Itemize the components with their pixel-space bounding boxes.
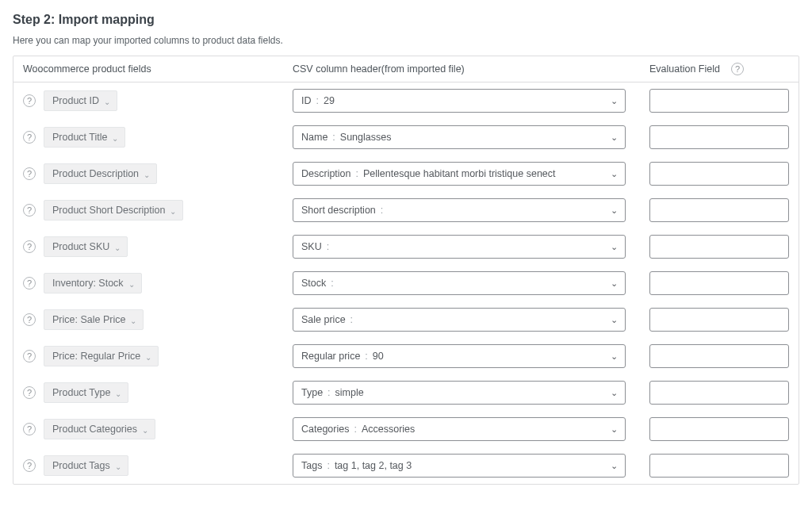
chevron-down-icon: ⌄ bbox=[128, 280, 135, 289]
csv-column-value: 90 bbox=[373, 351, 384, 362]
csv-column-select[interactable]: Tags : tag 1, tag 2, tag 3 ⌄ bbox=[293, 454, 626, 478]
product-field-select[interactable]: Product Type ⌄ bbox=[44, 382, 128, 403]
csv-column-value: Sunglasses bbox=[340, 132, 392, 143]
product-field-label: Product Title bbox=[52, 132, 107, 143]
csv-column-label: Stock bbox=[301, 278, 326, 289]
chevron-down-icon: ⌄ bbox=[115, 389, 121, 398]
chevron-down-icon: ⌄ bbox=[170, 207, 176, 216]
separator: : bbox=[327, 387, 330, 398]
product-field-select[interactable]: Product Tags ⌄ bbox=[44, 455, 128, 476]
help-icon[interactable]: ? bbox=[23, 459, 36, 472]
csv-column-value: tag 1, tag 2, tag 3 bbox=[335, 460, 412, 471]
separator: : bbox=[365, 351, 367, 362]
mapping-table-header: Woocommerce product fields CSV column he… bbox=[13, 56, 799, 82]
csv-column-label: Regular price bbox=[301, 351, 360, 362]
csv-column-label: Sale price bbox=[301, 314, 346, 325]
help-icon[interactable]: ? bbox=[23, 423, 36, 435]
evaluation-field-input[interactable] bbox=[649, 162, 789, 186]
separator: : bbox=[327, 241, 329, 252]
table-row: ? Product Type ⌄ Type : simple ⌄ bbox=[13, 374, 799, 411]
separator: : bbox=[356, 168, 358, 179]
product-field-select[interactable]: Price: Regular Price ⌄ bbox=[44, 346, 159, 366]
table-row: ? Price: Sale Price ⌄ Sale price : ⌄ bbox=[13, 301, 799, 338]
mapping-table: Woocommerce product fields CSV column he… bbox=[13, 56, 799, 485]
csv-column-select[interactable]: Short description : ⌄ bbox=[293, 198, 626, 222]
table-row: ? Product Tags ⌄ Tags : tag 1, tag 2, ta… bbox=[13, 447, 799, 484]
evaluation-field-input[interactable] bbox=[649, 89, 789, 113]
csv-column-select[interactable]: Categories : Accessories ⌄ bbox=[293, 417, 626, 441]
product-field-label: Product Description bbox=[52, 168, 139, 179]
chevron-down-icon: ⌄ bbox=[142, 426, 148, 435]
table-row: ? Product Short Description ⌄ Short desc… bbox=[13, 192, 799, 228]
product-field-label: Product Type bbox=[52, 387, 110, 398]
product-field-select[interactable]: Product Title ⌄ bbox=[44, 127, 125, 148]
table-row: ? Product SKU ⌄ SKU : ⌄ bbox=[13, 228, 799, 265]
help-icon[interactable]: ? bbox=[23, 350, 36, 362]
help-icon[interactable]: ? bbox=[23, 277, 36, 290]
csv-column-label: Short description bbox=[301, 205, 376, 216]
evaluation-field-input[interactable] bbox=[649, 235, 789, 259]
table-row: ? Product ID ⌄ ID : 29 ⌄ bbox=[13, 82, 799, 119]
chevron-down-icon: ⌄ bbox=[130, 316, 136, 325]
evaluation-field-input[interactable] bbox=[649, 271, 789, 295]
csv-column-select[interactable]: Regular price : 90 ⌄ bbox=[293, 344, 626, 368]
csv-column-label: Type bbox=[301, 387, 323, 398]
evaluation-field-input[interactable] bbox=[649, 308, 789, 332]
evaluation-field-input[interactable] bbox=[649, 344, 789, 368]
help-icon[interactable]: ? bbox=[731, 63, 744, 75]
chevron-down-icon: ⌄ bbox=[114, 244, 121, 252]
product-field-label: Inventory: Stock bbox=[52, 278, 124, 289]
csv-column-value: simple bbox=[335, 387, 364, 398]
product-field-select[interactable]: Product Categories ⌄ bbox=[44, 419, 155, 439]
evaluation-field-input[interactable] bbox=[649, 198, 789, 222]
csv-column-select[interactable]: Stock : ⌄ bbox=[293, 271, 626, 295]
csv-column-select[interactable]: Type : simple ⌄ bbox=[293, 381, 626, 405]
product-field-select[interactable]: Price: Sale Price ⌄ bbox=[44, 309, 144, 330]
product-field-label: Product ID bbox=[52, 95, 99, 106]
separator: : bbox=[331, 278, 333, 289]
evaluation-field-input[interactable] bbox=[649, 417, 789, 441]
product-field-select[interactable]: Product Short Description ⌄ bbox=[44, 200, 183, 221]
csv-column-select[interactable]: ID : 29 ⌄ bbox=[293, 89, 626, 113]
csv-column-label: SKU bbox=[301, 241, 322, 252]
help-icon[interactable]: ? bbox=[23, 204, 36, 217]
product-field-select[interactable]: Inventory: Stock ⌄ bbox=[44, 273, 142, 293]
step-title: Step 2: Import mapping bbox=[13, 13, 799, 27]
evaluation-field-input[interactable] bbox=[649, 454, 789, 478]
help-icon[interactable]: ? bbox=[23, 386, 36, 399]
header-csv: CSV column header(from imported file) bbox=[293, 63, 649, 75]
product-field-label: Product SKU bbox=[52, 241, 109, 252]
help-icon[interactable]: ? bbox=[23, 240, 36, 253]
csv-column-value: Accessories bbox=[362, 424, 415, 435]
separator: : bbox=[381, 205, 383, 216]
help-icon[interactable]: ? bbox=[23, 94, 36, 107]
product-field-select[interactable]: Product Description ⌄ bbox=[44, 163, 157, 184]
help-icon[interactable]: ? bbox=[23, 167, 36, 180]
chevron-down-icon: ⌄ bbox=[145, 353, 151, 362]
evaluation-field-input[interactable] bbox=[649, 125, 789, 149]
product-field-label: Product Categories bbox=[52, 424, 137, 435]
product-field-label: Product Tags bbox=[52, 460, 110, 471]
header-field: Woocommerce product fields bbox=[23, 63, 293, 75]
csv-column-select[interactable]: Name : Sunglasses ⌄ bbox=[293, 125, 626, 149]
evaluation-field-input[interactable] bbox=[649, 381, 789, 405]
csv-column-label: Categories bbox=[301, 424, 349, 435]
csv-column-select[interactable]: Sale price : ⌄ bbox=[293, 308, 626, 332]
csv-column-select[interactable]: Description : Pellentesque habitant morb… bbox=[293, 162, 626, 186]
product-field-select[interactable]: Product SKU ⌄ bbox=[44, 236, 128, 257]
csv-column-select[interactable]: SKU : ⌄ bbox=[293, 235, 626, 259]
product-field-select[interactable]: Product ID ⌄ bbox=[44, 90, 117, 111]
separator: : bbox=[354, 424, 356, 435]
csv-column-label: ID bbox=[301, 95, 312, 106]
chevron-down-icon: ⌄ bbox=[104, 98, 110, 106]
separator: : bbox=[332, 132, 335, 143]
csv-column-label: Name bbox=[301, 132, 327, 143]
product-field-label: Price: Sale Price bbox=[52, 314, 125, 325]
help-icon[interactable]: ? bbox=[23, 313, 36, 326]
table-row: ? Product Title ⌄ Name : Sunglasses ⌄ bbox=[13, 119, 799, 155]
separator: : bbox=[327, 460, 329, 471]
table-row: ? Product Categories ⌄ Categories : Acce… bbox=[13, 411, 799, 447]
table-row: ? Product Description ⌄ Description : Pe… bbox=[13, 155, 799, 192]
help-icon[interactable]: ? bbox=[23, 131, 36, 144]
csv-column-label: Tags bbox=[301, 460, 322, 471]
